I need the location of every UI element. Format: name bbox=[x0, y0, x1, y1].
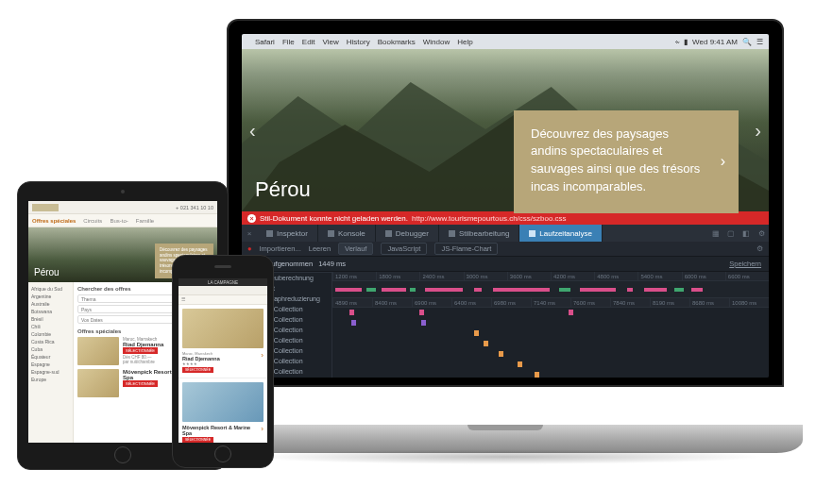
tablet-sidebar-item[interactable]: Afrique du Sud bbox=[31, 286, 70, 292]
tablet-nav-circuits[interactable]: Circuits bbox=[83, 218, 102, 224]
tablet-sidebar-item[interactable]: Espagne-sud bbox=[31, 369, 70, 375]
timeline-marker[interactable] bbox=[518, 361, 522, 367]
phone-home-button[interactable] bbox=[214, 445, 231, 462]
tablet-sidebar-item[interactable]: Équateur bbox=[31, 354, 70, 360]
devtools-recording-bar: il wird aufgenommen 1449 ms Speichern bbox=[242, 257, 769, 272]
menu-history[interactable]: History bbox=[347, 38, 370, 46]
phone-device: LA CAMPAGNE ☰ Maroc, MarrakechRiad Djema… bbox=[172, 255, 274, 468]
console-icon bbox=[328, 230, 334, 237]
tablet-nav-bus[interactable]: Bus-to- bbox=[110, 218, 128, 224]
tablet-nav-offres[interactable]: Offres spéciales bbox=[32, 218, 76, 224]
tablet-sidebar-item[interactable]: Espagne bbox=[31, 361, 70, 367]
phone-offer-card[interactable]: Maroc, MarrakechRiad Djemanna★★★★SÉLECTI… bbox=[178, 305, 267, 378]
tablet-hero-title: Pérou bbox=[34, 267, 60, 277]
timeline-marker[interactable] bbox=[421, 320, 426, 326]
tab-konsole[interactable]: Konsole bbox=[318, 225, 376, 242]
pill-javascript[interactable]: JavaScript bbox=[381, 243, 427, 255]
tab-debugger[interactable]: Debugger bbox=[376, 225, 439, 242]
perf-timeline[interactable]: Stil-NeuberechnungLayoutCC-Graphreduzier… bbox=[242, 272, 769, 378]
tablet-nav-famille[interactable]: Famille bbox=[136, 218, 154, 224]
laptop-device: Safari File Edit View History Bookmarks … bbox=[208, 19, 803, 472]
tablet-sidebar-item[interactable]: Australie bbox=[31, 301, 70, 307]
style-editor-icon bbox=[449, 230, 455, 237]
overview-strip bbox=[335, 288, 362, 292]
recording-duration: 1449 ms bbox=[318, 260, 346, 268]
error-text: Stil-Dokument konnte nicht geladen werde… bbox=[260, 214, 408, 223]
tablet-sidebar-item[interactable]: Botswana bbox=[31, 309, 70, 314]
overview-strip bbox=[410, 288, 416, 292]
tablet-home-button[interactable] bbox=[114, 446, 131, 463]
phone-offer-card[interactable]: Mövenpick Resort & Marine SpaSÉLECTIONNÉ… bbox=[178, 378, 267, 443]
tablet-sidebar-item[interactable]: Cuba bbox=[31, 346, 70, 352]
devtools-close-icon[interactable]: × bbox=[242, 225, 257, 242]
menu-app[interactable]: Safari bbox=[255, 38, 275, 46]
phone-site-header bbox=[178, 286, 267, 295]
laptop-notch bbox=[468, 425, 543, 430]
carousel-next-arrow[interactable]: › bbox=[755, 120, 761, 142]
carousel-prev-arrow[interactable]: ‹ bbox=[249, 120, 256, 142]
overview-strip bbox=[691, 288, 703, 292]
tablet-phone-number: + 021 341 10 10 bbox=[176, 205, 213, 210]
tab-laufzeitanalyse[interactable]: Laufzeitanalyse bbox=[519, 225, 603, 242]
menu-window[interactable]: Window bbox=[423, 38, 450, 46]
tablet-sidebar-item[interactable]: Brésil bbox=[31, 316, 70, 322]
hero-caption-arrow-icon[interactable]: › bbox=[721, 151, 725, 173]
offer-thumb bbox=[77, 369, 119, 397]
tablet-sidebar-item[interactable]: Colombie bbox=[31, 331, 70, 337]
error-close-icon[interactable]: × bbox=[247, 214, 256, 223]
timeline-marker[interactable] bbox=[419, 310, 424, 315]
tablet-sidebar-item[interactable]: Europe bbox=[31, 377, 70, 382]
hero-caption-text: Découvrez des paysages andins spectacula… bbox=[531, 126, 700, 194]
phone-menu-icon[interactable]: ☰ bbox=[181, 297, 185, 302]
menu-help[interactable]: Help bbox=[457, 38, 472, 46]
tablet-logo[interactable] bbox=[32, 204, 59, 211]
page-hero: ‹ › Pérou Découvrez des paysages andins … bbox=[242, 49, 769, 211]
overview-strip bbox=[474, 288, 482, 292]
pill-flame-chart[interactable]: JS-Flame-Chart bbox=[434, 243, 498, 255]
devtools-panel-icon[interactable]: ▦ bbox=[708, 225, 723, 242]
menu-file[interactable]: File bbox=[282, 38, 295, 46]
notifications-icon[interactable]: ☰ bbox=[756, 38, 763, 46]
tablet-sidebar: Afrique du SudArgentineAustralieBotswana… bbox=[28, 282, 74, 443]
devtools-tab-bar: × Inspektor Konsole Debugger Stilbearbei… bbox=[242, 225, 769, 242]
timeline-overview[interactable] bbox=[332, 281, 769, 298]
timeline-marker[interactable] bbox=[474, 330, 479, 336]
battery-icon: ▮ bbox=[684, 38, 688, 46]
btn-importieren[interactable]: Importieren... bbox=[260, 244, 301, 253]
tablet-sidebar-item[interactable]: Chili bbox=[31, 324, 70, 329]
tablet-sidebar-item[interactable]: Costa Rica bbox=[31, 339, 70, 344]
laptop-shadow bbox=[246, 449, 765, 464]
performance-icon bbox=[529, 230, 536, 237]
devtools-responsive-icon[interactable]: ▢ bbox=[723, 225, 739, 242]
timeline-marker[interactable] bbox=[349, 310, 354, 315]
timeline-marker[interactable] bbox=[535, 372, 539, 378]
btn-speichern[interactable]: Speichern bbox=[722, 260, 769, 268]
record-stop-icon[interactable]: ● bbox=[247, 244, 252, 253]
overview-strip bbox=[382, 288, 406, 292]
overview-strip bbox=[644, 288, 667, 292]
timeline-ruler-top: 1200 ms1800 ms2400 ms3000 ms3600 ms4200 … bbox=[332, 272, 769, 281]
search-icon[interactable]: 🔍 bbox=[742, 38, 752, 46]
perf-settings-icon[interactable]: ⚙ bbox=[756, 244, 763, 253]
hero-title: Pérou bbox=[255, 177, 311, 202]
chevron-right-icon: › bbox=[261, 351, 264, 360]
timeline-marker[interactable] bbox=[499, 351, 503, 357]
timeline-marker[interactable] bbox=[351, 320, 356, 326]
tablet-sidebar-item[interactable]: Argentine bbox=[31, 294, 70, 299]
tab-inspektor[interactable]: Inspektor bbox=[257, 225, 318, 242]
menu-view[interactable]: View bbox=[323, 38, 339, 46]
timeline-canvas[interactable]: 1200 ms1800 ms2400 ms3000 ms3600 ms4200 … bbox=[332, 272, 769, 378]
pill-verlauf[interactable]: Verlauf bbox=[338, 243, 373, 255]
btn-leeren[interactable]: Leeren bbox=[309, 244, 331, 253]
inspector-icon bbox=[266, 230, 273, 237]
devtools-dock-icon[interactable]: ◧ bbox=[739, 225, 754, 242]
tab-stilbearbeitung[interactable]: Stilbearbeitung bbox=[439, 225, 519, 242]
timeline-marker[interactable] bbox=[569, 310, 573, 315]
devtools-settings-icon[interactable]: ⚙ bbox=[754, 225, 769, 242]
menu-edit[interactable]: Edit bbox=[302, 38, 315, 46]
timeline-marker[interactable] bbox=[484, 341, 488, 346]
overview-strip bbox=[559, 288, 570, 292]
error-url[interactable]: http://www.tourismepourtous.ch/css/szboo… bbox=[412, 214, 567, 223]
menu-bookmarks[interactable]: Bookmarks bbox=[378, 38, 416, 46]
phone-display: LA CAMPAGNE ☰ Maroc, MarrakechRiad Djema… bbox=[178, 278, 267, 443]
